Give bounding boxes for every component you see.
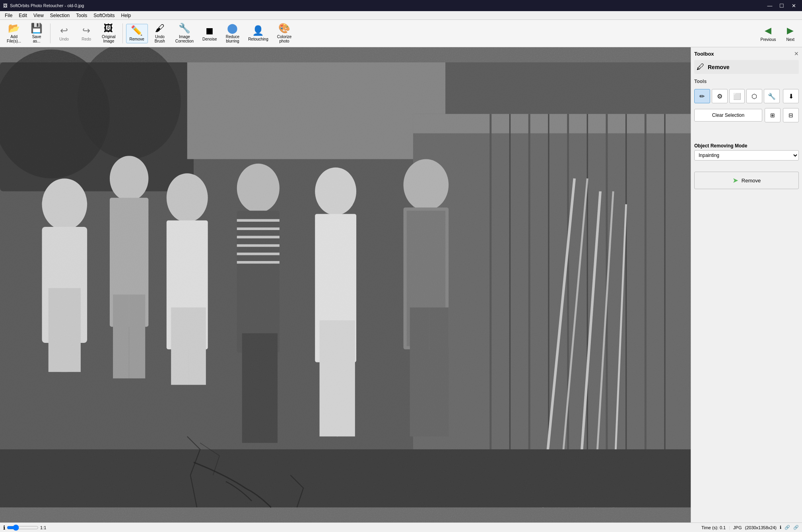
remove-button[interactable]: ✏️ Remove [126, 24, 148, 43]
save-as-icon: 💾 [31, 23, 43, 33]
colorize-photo-label: Colorize photo [277, 35, 292, 43]
tools-section-title: Tools [694, 79, 799, 84]
previous-icon: ◀ [765, 25, 771, 36]
status-bar: ℹ 1:1 Time (s): 0.1 | JPG (2030x1358x24)… [0, 522, 802, 532]
next-label: Next [786, 37, 794, 42]
original-image-button[interactable]: 🖼 Original Image [98, 21, 119, 45]
retouching-button[interactable]: 👤 Retouching [245, 24, 272, 43]
menu-help[interactable]: Help [118, 12, 134, 19]
undo-brush-label: Undo Brush [155, 35, 165, 43]
maximize-button[interactable]: ☐ [777, 2, 787, 10]
image-correction-icon: 🔧 [179, 23, 190, 33]
rect-select-tool-button[interactable]: ⬜ [729, 89, 745, 103]
save-as-button[interactable]: 💾 Save as... [26, 21, 47, 45]
redo-icon: ↪ [82, 26, 90, 35]
removing-mode-label: Object Removing Mode [694, 143, 799, 149]
selection-controls: Clear Selection ⊞ ⊟ [694, 108, 799, 122]
menu-edit[interactable]: Edit [16, 12, 30, 19]
menu-file[interactable]: File [2, 12, 16, 19]
remove-arrow-icon: ➤ [732, 176, 738, 185]
toolbox-close-button[interactable]: ✕ [794, 50, 799, 57]
undo-button[interactable]: ↩ Undo [54, 24, 74, 43]
image-correction-button[interactable]: 🔧 Image Correction [172, 21, 197, 45]
image-correction-label: Image Correction [175, 35, 194, 43]
undo-label: Undo [59, 37, 69, 41]
remove-icon: ✏️ [131, 26, 143, 35]
remove-action-button[interactable]: ➤ Remove [694, 172, 799, 189]
status-bar-right: Time (s): 0.1 | JPG (2030x1358x24) ℹ 🔗 🔗 [701, 525, 799, 530]
add-files-button[interactable]: 📂 Add File(s)... [3, 21, 25, 45]
remove-label: Remove [130, 37, 144, 41]
removing-mode-section: Object Removing Mode Inpainting Content-… [694, 143, 799, 161]
retouching-icon: 👤 [252, 26, 264, 35]
tools-section: Tools ✏ ⚙ ⬜ ⬡ 🔧 ⬇ [694, 79, 799, 103]
time-label: Time (s): 0.1 [701, 525, 726, 530]
remove-mode-spacer [694, 165, 799, 172]
redo-button[interactable]: ↪ Redo [76, 24, 97, 43]
link-icon-3[interactable]: 🔗 [793, 525, 799, 530]
undo-brush-icon: 🖌 [155, 23, 165, 33]
title-bar: 🖼 SoftOrbits Photo Retoucher - old-0.jpg… [0, 0, 802, 11]
colorize-photo-button[interactable]: 🎨 Colorize photo [274, 21, 295, 45]
reduce-blurring-icon: ⬤ [227, 23, 238, 33]
reduce-blurring-label: Reduce blurring [226, 35, 239, 43]
close-button[interactable]: ✕ [788, 2, 799, 10]
next-button[interactable]: ▶ Next [782, 23, 799, 44]
previous-label: Previous [761, 37, 776, 42]
remove-action-label: Remove [742, 178, 761, 184]
window-title: SoftOrbits Photo Retoucher - old-0.jpg [10, 3, 84, 8]
next-icon: ▶ [787, 25, 794, 36]
magic-tool-button[interactable]: ⚙ [712, 89, 728, 103]
original-image-label: Original Image [102, 35, 115, 43]
add-files-icon: 📂 [8, 23, 20, 33]
minimize-button[interactable]: — [765, 2, 775, 10]
tools-row-1: ✏ ⚙ ⬜ ⬡ 🔧 ⬇ [694, 89, 799, 103]
original-image-icon: 🖼 [104, 23, 113, 33]
resize-expand-button[interactable]: ⊞ [765, 108, 781, 122]
undo-brush-button[interactable]: 🖌 Undo Brush [150, 21, 170, 45]
status-sep-1: | [729, 525, 730, 530]
main-area: Toolbox ✕ 🖊 Remove Tools ✏ ⚙ ⬜ ⬡ 🔧 ⬇ Cle… [0, 47, 802, 522]
stamp-tool-button[interactable]: ⬇ [783, 89, 799, 103]
title-bar-left: 🖼 SoftOrbits Photo Retoucher - old-0.jpg [3, 3, 84, 8]
toolbox-header: Toolbox ✕ [694, 50, 799, 57]
menu-softorbits[interactable]: SoftOrbits [90, 12, 118, 19]
remove-section: 🖊 Remove [694, 60, 799, 74]
format-label: JPG [733, 525, 742, 530]
denoise-icon: ◼ [206, 26, 214, 35]
toolbox-title: Toolbox [694, 51, 714, 57]
svg-rect-55 [0, 62, 691, 507]
info-icon[interactable]: ℹ [3, 524, 5, 531]
app-icon: 🖼 [3, 3, 8, 8]
denoise-label: Denoise [202, 37, 217, 41]
clear-selection-button[interactable]: Clear Selection [694, 109, 762, 122]
toolbar: 📂 Add File(s)... 💾 Save as... ↩ Undo ↪ R… [0, 20, 802, 47]
link-icon-1[interactable]: ℹ [780, 525, 781, 530]
remove-section-icon: 🖊 [697, 62, 705, 72]
remove-section-label: Remove [708, 64, 729, 70]
retouching-label: Retouching [248, 37, 268, 41]
save-as-label: Save as... [32, 35, 41, 43]
removing-mode-select[interactable]: Inpainting Content-Aware Fill Solid Colo… [694, 150, 799, 161]
menu-view[interactable]: View [30, 12, 47, 19]
magic-wand-tool-button[interactable]: 🔧 [764, 89, 780, 103]
status-bar-left: ℹ 1:1 [3, 524, 46, 531]
image-area[interactable] [0, 47, 691, 522]
lasso-tool-button[interactable]: ⬡ [746, 89, 762, 103]
link-icon-2[interactable]: 🔗 [785, 525, 790, 530]
dimensions-label: (2030x1358x24) [745, 525, 777, 530]
title-bar-controls: — ☐ ✕ [765, 2, 799, 10]
menu-selection[interactable]: Selection [47, 12, 73, 19]
toolbox-panel: Toolbox ✕ 🖊 Remove Tools ✏ ⚙ ⬜ ⬡ 🔧 ⬇ Cle… [691, 47, 802, 522]
pencil-tool-button[interactable]: ✏ [694, 89, 710, 103]
add-files-label: Add File(s)... [7, 35, 21, 43]
zoom-slider[interactable] [7, 524, 39, 531]
reduce-blurring-button[interactable]: ⬤ Reduce blurring [222, 21, 243, 45]
colorize-photo-icon: 🎨 [278, 23, 290, 33]
redo-label: Redo [82, 37, 91, 41]
toolbar-separator-1 [50, 23, 50, 43]
previous-button[interactable]: ◀ Previous [756, 23, 781, 44]
denoise-button[interactable]: ◼ Denoise [199, 24, 221, 43]
resize-shrink-button[interactable]: ⊟ [783, 108, 799, 122]
menu-tools[interactable]: Tools [73, 12, 90, 19]
